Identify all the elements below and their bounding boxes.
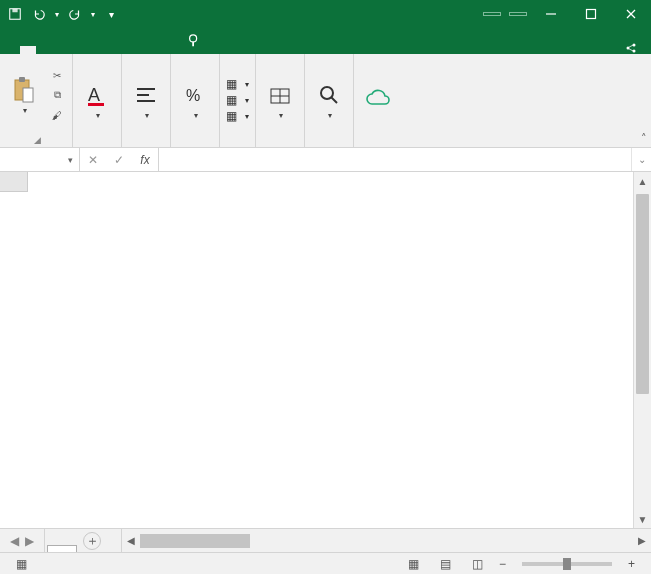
file-tab[interactable] — [0, 46, 20, 54]
formula-input[interactable] — [159, 148, 631, 171]
login-button[interactable] — [483, 12, 501, 16]
cell-style-icon: ▦ — [226, 109, 237, 123]
fx-icon[interactable]: fx — [132, 153, 158, 167]
conditional-format-button[interactable]: ▦▾ — [226, 77, 249, 91]
save-baidu-button[interactable] — [360, 85, 396, 115]
vertical-scrollbar[interactable]: ▲ ▼ — [633, 172, 651, 528]
vscroll-thumb[interactable] — [636, 194, 649, 394]
hscroll-thumb[interactable] — [140, 534, 250, 548]
svg-rect-14 — [19, 77, 25, 82]
table-format-button[interactable]: ▦▾ — [226, 93, 249, 107]
normal-view-icon[interactable]: ▦ — [403, 555, 425, 573]
spreadsheet-grid: ▲ ▼ — [0, 172, 651, 528]
sheet-prev-icon[interactable]: ◀ — [10, 534, 19, 548]
maximize-button[interactable] — [571, 0, 611, 28]
undo-dropdown-icon[interactable]: ▾ — [52, 3, 62, 25]
paste-button[interactable]: ▾ — [6, 76, 42, 115]
horizontal-scrollbar[interactable]: ◀ ▶ — [122, 529, 651, 552]
svg-text:A: A — [88, 85, 100, 105]
cells-area[interactable] — [28, 192, 633, 528]
format-painter-icon[interactable]: 🖌 — [48, 106, 66, 124]
undo-icon[interactable] — [28, 3, 50, 25]
clipboard-mini: ✂ ⧉ 🖌 — [48, 66, 66, 124]
ribbon-display-button[interactable] — [509, 12, 527, 16]
copy-icon[interactable]: ⧉ — [48, 86, 66, 104]
redo-dropdown-icon[interactable]: ▾ — [88, 3, 98, 25]
zoom-in-icon[interactable]: + — [628, 557, 635, 571]
collapse-ribbon-icon[interactable]: ˄ — [641, 132, 647, 145]
scroll-right-icon[interactable]: ▶ — [633, 535, 651, 546]
group-styles: ▦▾ ▦▾ ▦▾ — [220, 54, 256, 147]
add-sheet-button[interactable]: ＋ — [83, 532, 101, 550]
font-button[interactable]: A ▾ — [79, 81, 115, 120]
title-bar: ▾ ▾ ▾ — [0, 0, 651, 28]
share-button[interactable] — [615, 42, 651, 54]
svg-rect-15 — [23, 88, 33, 102]
group-number: % ▾ — [171, 54, 220, 147]
tab-help[interactable] — [148, 46, 164, 54]
paste-icon — [10, 76, 38, 104]
namebox-dropdown-icon[interactable]: ▾ — [68, 155, 73, 165]
tab-pagelayout[interactable] — [52, 46, 68, 54]
scroll-down-icon[interactable]: ▼ — [634, 510, 651, 528]
tell-me-label[interactable] — [208, 46, 224, 54]
scroll-up-icon[interactable]: ▲ — [634, 172, 651, 190]
tab-data[interactable] — [84, 46, 100, 54]
tab-developer[interactable] — [132, 46, 148, 54]
macro-record-icon[interactable]: ▦ — [16, 557, 27, 571]
svg-line-12 — [629, 49, 634, 51]
svg-point-6 — [190, 35, 197, 42]
redo-icon[interactable] — [64, 3, 86, 25]
alignment-button[interactable]: ▾ — [128, 81, 164, 120]
number-button[interactable]: % ▾ — [177, 81, 213, 120]
pagebreak-view-icon[interactable]: ◫ — [467, 555, 489, 573]
cell-style-button[interactable]: ▦▾ — [226, 109, 249, 123]
enter-formula-icon[interactable]: ✓ — [106, 153, 132, 167]
editing-button[interactable]: ▾ — [311, 81, 347, 120]
pagelayout-view-icon[interactable]: ▤ — [435, 555, 457, 573]
group-save — [354, 54, 402, 147]
scroll-left-icon[interactable]: ◀ — [122, 535, 140, 546]
formula-bar: ▾ ✕ ✓ fx ⌄ — [0, 148, 651, 172]
qat-customize-icon[interactable]: ▾ — [100, 3, 122, 25]
close-button[interactable] — [611, 0, 651, 28]
tab-review[interactable] — [100, 46, 116, 54]
svg-rect-17 — [88, 103, 104, 106]
window-controls — [479, 0, 651, 28]
zoom-slider[interactable] — [522, 562, 612, 566]
group-alignment: ▾ — [122, 54, 171, 147]
zoom-out-icon[interactable]: − — [499, 557, 506, 571]
tell-me-icon[interactable] — [180, 28, 208, 54]
svg-rect-1 — [12, 9, 17, 13]
sheet-tab-bar: ◀ ▶ ＋ ◀ ▶ — [0, 528, 651, 552]
zoom-knob[interactable] — [563, 558, 571, 570]
clipboard-launcher-icon[interactable]: ◢ — [34, 135, 41, 145]
status-bar: ▦ ▦ ▤ ◫ − + — [0, 552, 651, 574]
group-cells: ▾ — [256, 54, 305, 147]
sheet-nav[interactable]: ◀ ▶ — [0, 529, 45, 552]
group-editing: ▾ — [305, 54, 354, 147]
svg-line-11 — [629, 45, 634, 47]
group-font: A ▾ — [73, 54, 122, 147]
tab-baidu[interactable] — [164, 46, 180, 54]
cells-icon — [266, 81, 294, 109]
sheet-tab-active[interactable] — [47, 545, 77, 552]
font-icon: A — [83, 81, 111, 109]
tab-view[interactable] — [116, 46, 132, 54]
expand-formula-icon[interactable]: ⌄ — [631, 148, 651, 171]
name-box[interactable]: ▾ — [0, 148, 80, 171]
cond-format-icon: ▦ — [226, 77, 237, 91]
minimize-button[interactable] — [531, 0, 571, 28]
select-all-triangle[interactable] — [0, 172, 28, 192]
save-icon[interactable] — [4, 3, 26, 25]
tab-home[interactable] — [20, 46, 36, 54]
cut-icon[interactable]: ✂ — [48, 66, 66, 84]
table-format-icon: ▦ — [226, 93, 237, 107]
sheet-next-icon[interactable]: ▶ — [25, 534, 34, 548]
quick-access-toolbar: ▾ ▾ ▾ — [0, 3, 126, 25]
ribbon: ▾ ✂ ⧉ 🖌 ◢ A ▾ ▾ — [0, 54, 651, 148]
cells-button[interactable]: ▾ — [262, 81, 298, 120]
tab-formulas[interactable] — [68, 46, 84, 54]
tab-insert[interactable] — [36, 46, 52, 54]
cancel-formula-icon[interactable]: ✕ — [80, 153, 106, 167]
